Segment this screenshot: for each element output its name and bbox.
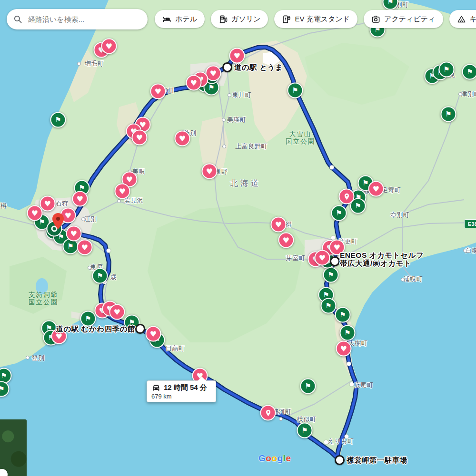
heart-icon: ♥: [126, 175, 133, 183]
heart-marker[interactable]: ♥: [101, 39, 117, 54]
town-label: えりも町: [328, 437, 354, 446]
chip-camping[interactable]: キャンプ: [449, 10, 476, 28]
park-label: 大雪山国立公園: [286, 130, 315, 146]
town-label: 歳: [110, 273, 117, 282]
heart-marker[interactable]: ♥: [271, 217, 287, 233]
town-label: 津別町: [461, 90, 476, 98]
town-label: 登別: [32, 354, 45, 362]
hotel-icon: [162, 15, 171, 24]
heart-icon: ♥: [119, 187, 126, 195]
flag-icon: ⚑: [79, 184, 85, 191]
flag-icon: ⚑: [301, 427, 307, 434]
heart-marker[interactable]: ♥: [40, 196, 56, 212]
heart-icon: ♥: [373, 185, 379, 193]
chip-gas[interactable]: ガソリン: [211, 10, 268, 28]
google-logo-letter: G: [258, 453, 266, 463]
gas-icon: [218, 15, 228, 24]
flag-marker[interactable]: ⚑: [297, 423, 313, 438]
route-vertex-dot: [350, 382, 354, 387]
route-vertex-dot: [345, 435, 349, 439]
start-pin-icon[interactable]: [52, 213, 64, 229]
flag-icon: ⚑: [323, 291, 329, 298]
chip-camping-label: キャンプ: [470, 15, 476, 24]
town-dot: [228, 93, 231, 97]
flag-marker[interactable]: ⚑: [335, 307, 351, 323]
waypoint-circle-1[interactable]: [330, 256, 340, 266]
heart-icon: ♥: [56, 332, 62, 340]
flag-marker[interactable]: ⚑: [300, 379, 316, 394]
imagery-thumbnail[interactable]: [0, 419, 27, 476]
route-info-badge[interactable]: 12 時間 54 分 679 km: [147, 380, 216, 402]
flag-marker[interactable]: ⚑: [92, 268, 108, 284]
heart-marker[interactable]: ♥: [229, 48, 245, 64]
heart-marker[interactable]: ♥: [368, 181, 384, 197]
region-label: 北海道: [230, 178, 261, 189]
chip-ev-label: EV 充電スタンド: [295, 15, 350, 24]
heart-marker[interactable]: ♥: [278, 233, 294, 248]
town-label: 得: [286, 220, 292, 229]
town-label: 石狩: [56, 199, 69, 208]
heart-icon: ♥: [106, 42, 112, 50]
heart-marker[interactable]: ♥: [27, 205, 43, 221]
route-vertex-dot: [324, 440, 328, 445]
flag-marker[interactable]: ⚑: [439, 62, 455, 78]
town-dot: [463, 249, 467, 253]
flag-marker[interactable]: ⚑: [50, 112, 66, 128]
pin-marker[interactable]: [260, 405, 276, 421]
flag-icon: ⚑: [325, 302, 331, 309]
waypoint-circle-3[interactable]: [335, 455, 345, 465]
heart-marker[interactable]: ♥: [77, 240, 93, 255]
heart-marker[interactable]: ♥: [132, 130, 148, 146]
waypoint-circle-2[interactable]: [135, 324, 145, 334]
chip-ev-charging[interactable]: EV 充電スタンド: [274, 10, 357, 28]
town-dot: [117, 199, 121, 203]
search-input[interactable]: [27, 15, 141, 24]
heart-marker[interactable]: ♥: [336, 341, 352, 357]
map-canvas[interactable]: E38 12 時間 54 分 679 km Google 増毛町萌深川川芦別美瑛…: [0, 0, 476, 476]
waypoint-label-2: 道の駅 むかわ四季の館: [56, 325, 135, 333]
flag-icon: ⚑: [344, 329, 350, 336]
town-dot: [279, 417, 283, 421]
heart-marker[interactable]: ♥: [150, 84, 166, 99]
town-label: 東川町: [232, 91, 252, 99]
flag-marker[interactable]: ⚑: [323, 267, 339, 283]
flag-icon: ⚑: [355, 202, 361, 209]
flag-marker[interactable]: ⚑: [340, 325, 356, 341]
heart-marker[interactable]: ♥: [202, 164, 218, 179]
waypoint-circle-0[interactable]: [222, 62, 232, 72]
heart-icon: ♥: [275, 221, 282, 228]
flag-marker[interactable]: ⚑: [441, 107, 456, 122]
heart-marker[interactable]: ♥: [175, 131, 190, 146]
flag-icon: ⚑: [39, 218, 45, 225]
flag-icon: ⚑: [466, 68, 473, 75]
town-dot: [401, 278, 405, 282]
flag-marker[interactable]: ⚑: [331, 205, 347, 221]
flag-marker[interactable]: ⚑: [462, 64, 476, 80]
town-dot: [88, 266, 91, 270]
heart-marker[interactable]: ♥: [186, 75, 202, 91]
heart-marker[interactable]: ♥: [109, 304, 125, 320]
heart-marker[interactable]: ♥: [115, 184, 130, 199]
flag-marker[interactable]: ⚑: [321, 298, 337, 314]
pin-marker[interactable]: [339, 189, 355, 204]
heart-marker[interactable]: ♥: [72, 191, 88, 207]
heart-icon: ♥: [334, 243, 340, 251]
heart-icon: ♥: [150, 330, 157, 338]
town-label: 岩見沢: [124, 196, 144, 205]
chip-activities[interactable]: アクティビティ: [364, 10, 443, 28]
town-label: 足寄町: [382, 186, 401, 194]
flag-marker[interactable]: ⚑: [288, 83, 303, 98]
chip-activities-label: アクティビティ: [384, 15, 435, 24]
chip-hotel[interactable]: ホテル: [155, 10, 205, 28]
car-icon: [151, 384, 161, 392]
heart-icon: ♥: [70, 230, 77, 237]
heart-marker[interactable]: ♥: [315, 250, 330, 266]
flag-icon: ⚑: [362, 179, 368, 186]
search-bar[interactable]: [7, 9, 148, 29]
road-shield-e38: E38: [464, 219, 476, 228]
heart-marker[interactable]: ♥: [66, 226, 82, 242]
town-label: 浦幌町: [404, 275, 423, 283]
flag-icon: ⚑: [85, 315, 91, 322]
heart-marker[interactable]: ♥: [146, 326, 161, 342]
flag-icon: ⚑: [67, 243, 73, 250]
